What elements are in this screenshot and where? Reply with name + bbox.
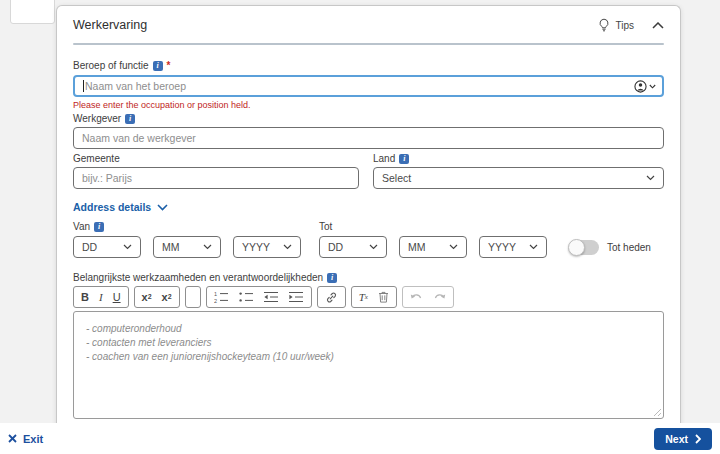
ordered-list-button[interactable]: 1 2 <box>214 291 229 303</box>
activities-line: - contacten met leveranciers <box>86 336 651 350</box>
chevron-down-icon <box>449 244 458 250</box>
chevron-down-icon <box>529 244 538 250</box>
required-marker: * <box>167 60 171 71</box>
toggle-knob <box>568 239 585 256</box>
delete-button[interactable] <box>378 291 389 303</box>
employer-input[interactable]: Naam van de werkgever <box>73 127 664 149</box>
modal-title: Werkervaring <box>73 18 147 32</box>
modal-header: Werkervaring Tips <box>57 6 680 40</box>
superscript-button[interactable]: x2 <box>162 291 172 303</box>
work-experience-modal: Werkervaring Tips <box>56 5 681 454</box>
ongoing-label: Tot heden <box>607 242 651 253</box>
from-year-select[interactable]: YYYY <box>233 236 301 258</box>
chain-link-icon <box>325 291 338 304</box>
chevron-down-icon <box>649 84 656 89</box>
svg-text:1: 1 <box>214 291 217 297</box>
redo-arrow-icon <box>433 292 446 302</box>
subscript-button[interactable]: x2 <box>142 291 152 303</box>
chevron-right-icon <box>695 434 701 444</box>
undo-arrow-icon <box>410 292 423 302</box>
background-page-fragment <box>10 0 55 24</box>
tips-label: Tips <box>615 20 634 31</box>
bullet-list-button[interactable] <box>239 291 254 303</box>
from-label: Van i <box>73 221 301 232</box>
lightbulb-icon <box>598 18 610 32</box>
occupation-input[interactable]: Naam van het beroep <box>73 75 664 97</box>
outdent-button[interactable] <box>264 291 279 303</box>
exit-button[interactable]: Exit <box>8 433 43 445</box>
chevron-down-icon <box>123 244 132 250</box>
info-icon[interactable]: i <box>399 154 409 164</box>
employer-placeholder: Naam van de werkgever <box>82 132 196 144</box>
info-icon[interactable]: i <box>153 61 163 71</box>
undo-button[interactable] <box>410 292 423 302</box>
next-button[interactable]: Next <box>654 428 712 450</box>
tips-button[interactable]: Tips <box>598 18 634 32</box>
link-button[interactable] <box>325 291 338 304</box>
collapse-section-button[interactable] <box>652 22 664 29</box>
city-label: Gemeente <box>73 153 359 164</box>
from-month-select[interactable]: MM <box>153 236 221 258</box>
chevron-down-icon <box>283 244 292 250</box>
account-circle-icon <box>634 80 647 93</box>
employer-label: Werkgever i <box>73 113 664 124</box>
country-label: Land i <box>373 153 664 164</box>
country-select[interactable]: Select <box>373 167 664 189</box>
resize-grip[interactable] <box>652 407 661 416</box>
header-divider <box>73 43 664 45</box>
clear-format-button[interactable]: Tx <box>359 291 368 303</box>
text-caret <box>83 80 84 92</box>
chevron-down-icon <box>369 244 378 250</box>
underline-button[interactable]: U <box>113 291 121 303</box>
to-label: Tot <box>319 221 547 232</box>
chevron-down-icon <box>646 175 655 181</box>
city-input[interactable]: bijv.: Parijs <box>73 167 359 189</box>
info-icon[interactable]: i <box>94 222 104 232</box>
richtext-toolbar: B I U x2 x2 1 2 <box>73 286 664 308</box>
address-details-label: Address details <box>73 201 151 213</box>
occupation-placeholder: Naam van het beroep <box>85 80 186 92</box>
info-icon[interactable]: i <box>327 273 337 283</box>
svg-text:2: 2 <box>214 298 217 304</box>
to-day-select[interactable]: DD <box>319 236 387 258</box>
to-year-select[interactable]: YYYY <box>479 236 547 258</box>
close-icon <box>8 434 17 443</box>
activities-line: - coachen van een juniorenijshockeyteam … <box>86 350 651 364</box>
chevron-down-icon <box>157 204 168 211</box>
activities-line: - computeronderhoud <box>86 322 651 336</box>
address-details-toggle[interactable]: Address details <box>73 201 664 213</box>
activities-label: Belangrijkste werkzaamheden en verantwoo… <box>73 272 664 283</box>
ongoing-toggle[interactable] <box>569 240 599 255</box>
info-icon[interactable]: i <box>125 114 135 124</box>
color-button[interactable] <box>185 286 201 308</box>
italic-button[interactable]: I <box>99 291 103 303</box>
trash-icon <box>378 291 389 303</box>
from-date-group: Van i DD MM YYYY <box>73 221 301 258</box>
occupation-label: Beroep of functie i * <box>73 60 664 71</box>
chevron-up-icon <box>652 22 664 29</box>
occupation-input-menu[interactable] <box>634 80 656 93</box>
to-date-group: Tot DD MM YYYY <box>319 221 547 258</box>
city-placeholder: bijv.: Parijs <box>82 172 132 184</box>
indent-button[interactable] <box>289 291 304 303</box>
redo-button[interactable] <box>433 292 446 302</box>
country-select-value: Select <box>382 172 411 184</box>
bold-button[interactable]: B <box>81 291 89 303</box>
chevron-down-icon <box>203 244 212 250</box>
from-day-select[interactable]: DD <box>73 236 141 258</box>
to-month-select[interactable]: MM <box>399 236 467 258</box>
activities-editor[interactable]: - computeronderhoud - contacten met leve… <box>73 311 664 419</box>
occupation-error: Please enter the occupation or position … <box>73 100 664 110</box>
wizard-footer: Exit Next <box>0 423 720 454</box>
